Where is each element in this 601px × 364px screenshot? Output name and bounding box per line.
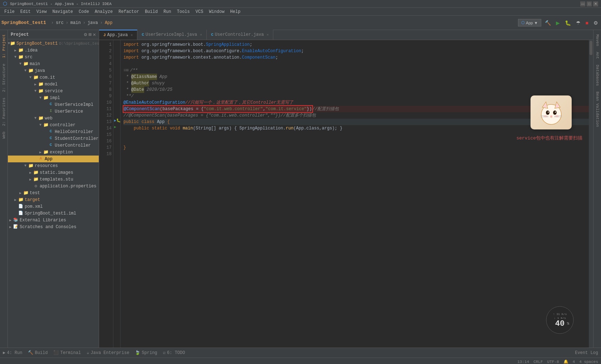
event-log-link[interactable]: Event Log	[575, 350, 598, 355]
tree-root[interactable]: ▼ 📁 SpringBoot_test1 D:\SpringBoot_test1	[8, 40, 99, 47]
tree-templates-stu[interactable]: ▶ 📁 templates.stu	[8, 176, 99, 183]
status-position[interactable]: 13:14	[517, 360, 529, 364]
tree-static-images[interactable]: ▶ 📁 static.images	[8, 169, 99, 176]
todo-tab[interactable]: ☑ 6: TODO	[163, 350, 185, 355]
menu-item-refactor[interactable]: Refactor	[116, 9, 142, 15]
tree-exception[interactable]: ▶ 📁 exception	[8, 149, 99, 156]
toolbar-right: ⬡ App ▼ 🔨 ▶ 🐛 ☂ ■ ⚙	[518, 19, 600, 26]
build-project-button[interactable]: 🔨	[543, 19, 552, 26]
breadcrumb-app[interactable]: App	[105, 20, 113, 25]
breadcrumb-src[interactable]: src	[56, 20, 64, 25]
tree-iml[interactable]: ▶ 📄 SpringBoot_test1.iml	[8, 210, 99, 217]
tab-usercontroller-close[interactable]: ✕	[267, 33, 269, 37]
maximize-button[interactable]: □	[587, 1, 592, 6]
tree-test[interactable]: ▶ 📁 test	[8, 190, 99, 196]
close-button[interactable]: ✕	[593, 1, 598, 6]
project-panel: Project ⚙ ⊞ ✕ ▼ 📁 SpringBoot_test1 D:\Sp…	[8, 30, 99, 348]
tab-userserviceimpl[interactable]: C UserServiceImpl.java ✕	[137, 30, 207, 40]
panel-settings-icon[interactable]: ⚙	[84, 31, 87, 38]
javaenterprise-tab[interactable]: ☕ Java Enterprise	[87, 350, 129, 355]
menu-item-analyze[interactable]: Analyze	[92, 9, 116, 15]
run-main-gutter-icon[interactable]: ▶	[114, 125, 116, 129]
tab-userserviceimpl-icon: C	[142, 33, 144, 37]
tree-pomxml[interactable]: ▶ 📄 pom.xml	[8, 203, 99, 210]
tree-main[interactable]: ▼ 📁 main	[8, 60, 99, 67]
menu-item-vcs[interactable]: VCS	[193, 9, 206, 15]
tree-scratches[interactable]: ▶ 📝 Scratches and Consoles	[8, 223, 99, 230]
menu-item-window[interactable]: Window	[206, 9, 227, 15]
panel-close-icon[interactable]: ✕	[93, 31, 96, 38]
menu-item-view[interactable]: View	[34, 9, 50, 15]
maven-tab[interactable]: Maven	[594, 31, 601, 49]
menu-item-tools[interactable]: Tools	[174, 9, 193, 15]
db-tab[interactable]: Databases	[594, 62, 601, 89]
tree-service[interactable]: ▼ 📁 service	[8, 88, 99, 94]
run-config-dropdown[interactable]: ⬡ App ▼	[518, 19, 541, 26]
tree-src[interactable]: ▼ 📁 src	[8, 54, 99, 60]
tree-java[interactable]: ▼ 📁 java	[8, 67, 99, 74]
tree-web[interactable]: ▼ 📁 web	[8, 115, 99, 122]
beanval-tab[interactable]: Bean Validation	[594, 89, 601, 130]
coverage-button[interactable]: ☂	[575, 19, 582, 26]
debug-gutter-icon[interactable]: 🐛	[116, 118, 121, 123]
code-content[interactable]: import org.springframework.boot.SpringAp…	[121, 40, 593, 348]
tab-userserviceimpl-close[interactable]: ✕	[200, 33, 202, 37]
spring-tab[interactable]: 🍃 Spring	[135, 350, 157, 355]
settings-button[interactable]: ⚙	[592, 19, 600, 26]
tree-resources[interactable]: ▼ 📁 resources	[8, 162, 99, 169]
tab-usercontroller[interactable]: C UserController.java ✕	[207, 30, 273, 40]
test-label: test	[30, 191, 40, 196]
tree-userserviceimpl[interactable]: ▶ C UserServiceImpl	[8, 101, 99, 108]
panel-expand-icon[interactable]: ⊞	[88, 31, 91, 38]
tree-appprops[interactable]: ▶ ⚙ application.properties	[8, 183, 99, 190]
menu-item-code[interactable]: Code	[76, 9, 92, 15]
tree-controller[interactable]: ▼ 📁 controller	[8, 122, 99, 128]
structure-tab[interactable]: 2: Structure	[0, 61, 8, 95]
tree-studentcontroller[interactable]: ▶ C StudentController	[8, 135, 99, 142]
tree-idea[interactable]: ▶ 📁 .idea	[8, 47, 99, 54]
run-tab[interactable]: ▶ 4: Run	[3, 350, 22, 355]
svg-point-6	[553, 110, 557, 115]
tree-extlibs[interactable]: ▶ 📚 External Libraries	[8, 217, 99, 223]
tree-usercontroller[interactable]: ▶ C UserController	[8, 142, 99, 149]
project-tab[interactable]: 1: Project	[0, 31, 8, 61]
controller-label: controller	[50, 123, 75, 128]
tree-hellocontroller[interactable]: ▶ C HelloController	[8, 128, 99, 135]
web-tab[interactable]: Web	[0, 129, 8, 142]
status-lineending[interactable]: CRLF	[533, 360, 543, 364]
tree-userservice[interactable]: ▶ I UserService	[8, 108, 99, 115]
menu-item-run[interactable]: Run	[161, 9, 174, 15]
tree-target[interactable]: ▶ 📁 target	[8, 196, 99, 203]
minimize-button[interactable]: —	[580, 1, 585, 6]
stop-button[interactable]: ■	[584, 19, 590, 26]
tree-impl[interactable]: ▼ 📁 impl	[8, 94, 99, 101]
terminal-tab[interactable]: ⬛ Terminal	[53, 350, 81, 355]
tab-appjava-close[interactable]: ✕	[131, 33, 133, 37]
status-indent[interactable]: 4 spaces	[579, 360, 598, 364]
tree-comit[interactable]: ▼ 📁 com.it	[8, 74, 99, 81]
build-tab[interactable]: 🔨 Build	[28, 350, 48, 355]
scrollbar-thumb[interactable]	[590, 41, 592, 55]
ant-tab[interactable]: Ant	[594, 49, 601, 62]
tab-appjava[interactable]: J App.java ✕	[99, 30, 137, 40]
templatesstu-label: templates.stu	[40, 177, 73, 182]
breadcrumb-java[interactable]: java	[88, 20, 98, 25]
svg-point-5	[546, 110, 549, 115]
code-line-17: }	[123, 144, 590, 151]
run-button[interactable]: ▶	[554, 19, 561, 26]
window-controls[interactable]: — □ ✕	[580, 1, 598, 6]
breadcrumb-main[interactable]: main	[70, 20, 81, 25]
menu-item-navigate[interactable]: Navigate	[49, 9, 76, 15]
code-editor[interactable]: 1 2 3 4 5 6 7 8 9 10 11 12 13 14 15 16 1…	[99, 40, 593, 348]
tree-app[interactable]: ▶ A App	[8, 156, 99, 162]
status-encoding[interactable]: UTF-8	[547, 360, 559, 364]
favorites-tab[interactable]: 2: Favorites	[0, 95, 8, 129]
menu-item-build[interactable]: Build	[142, 9, 161, 15]
menu-item-help[interactable]: Help	[227, 9, 243, 15]
scrollbar-vertical[interactable]	[589, 40, 593, 348]
tree-model[interactable]: ▶ 📁 model	[8, 81, 99, 88]
menu-item-file[interactable]: File	[1, 9, 18, 15]
debug-button[interactable]: 🐛	[563, 19, 572, 26]
status-notifications[interactable]: 4	[573, 360, 575, 364]
menu-item-edit[interactable]: Edit	[18, 9, 34, 15]
